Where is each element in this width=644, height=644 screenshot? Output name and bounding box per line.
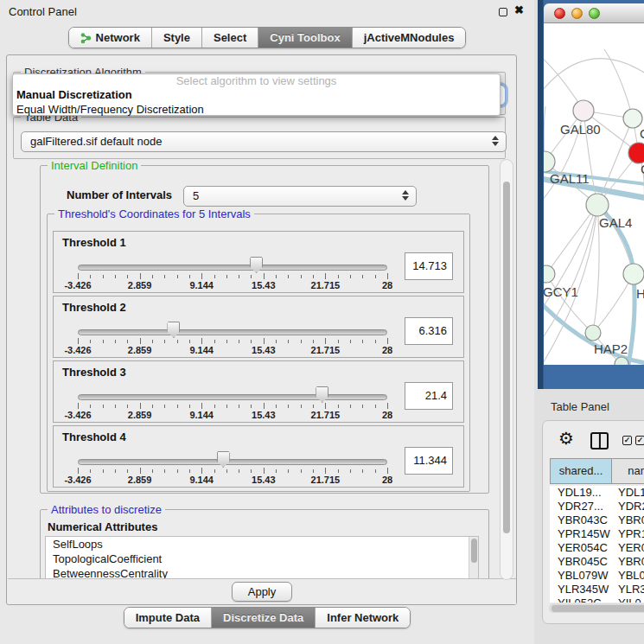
gear-icon[interactable]: ⚙ xyxy=(558,428,574,449)
slider-track[interactable] xyxy=(78,394,387,400)
slider-tick-labels: -3.4262.8599.14415.4321.71528 xyxy=(78,410,387,421)
tab-label: Style xyxy=(163,31,190,44)
slider-thumb[interactable] xyxy=(167,322,180,338)
table-row[interactable]: YBR045CYBR0 xyxy=(550,555,644,569)
close-icon[interactable]: ✖ xyxy=(514,3,524,16)
table-cell: YLR345W xyxy=(550,583,612,596)
table-cell: YBR0 xyxy=(612,555,644,569)
node-label: HAP2 xyxy=(594,341,628,356)
network-node[interactable] xyxy=(544,265,555,283)
slider-tick-labels: -3.4262.8599.14415.4321.71528 xyxy=(78,280,387,291)
network-node[interactable] xyxy=(623,264,644,284)
threshold-value-field[interactable]: 14.713 xyxy=(405,252,453,280)
table-row[interactable]: YLR345WYLR3 xyxy=(550,583,644,596)
column-header-shared[interactable]: shared... xyxy=(550,458,612,484)
tab-infer-network[interactable]: Infer Network xyxy=(316,608,410,628)
network-node[interactable] xyxy=(585,325,601,341)
float-window-icon[interactable] xyxy=(499,8,507,16)
tab-style[interactable]: Style xyxy=(152,28,202,48)
apply-button[interactable]: Apply xyxy=(232,582,293,602)
table-cell: YBL0 xyxy=(612,569,644,583)
table-row[interactable]: YIL052CYIL0 xyxy=(550,596,644,603)
node-label: GAL4 xyxy=(599,215,632,230)
slider-track[interactable] xyxy=(78,329,387,335)
table-cell: YDR2 xyxy=(612,500,644,513)
tab-label: Impute Data xyxy=(136,611,200,624)
table-row[interactable]: YPR145WYPR1 xyxy=(550,527,644,541)
node-label: C xyxy=(641,162,644,176)
table-row[interactable]: YDR27...YDR2 xyxy=(550,500,644,513)
num-intervals-spinner[interactable]: 5 xyxy=(183,186,417,207)
table-body: YDL19...YDL1YDR27...YDR2YBR043CYBR0YPR14… xyxy=(550,486,644,603)
tab-discretize-data[interactable]: Discretize Data xyxy=(212,608,316,628)
threshold-value-field[interactable]: 11.344 xyxy=(405,447,453,475)
threshold-label: Threshold 2 xyxy=(62,301,126,314)
dropdown-option-equal-width[interactable]: Equal Width/Frequency Discretization xyxy=(13,102,500,117)
top-tab-bar: Network Style Select Cyni Toolbox jActiv… xyxy=(0,27,534,48)
minimize-traffic-light-icon[interactable] xyxy=(571,8,583,19)
apply-strip: Apply xyxy=(8,578,516,604)
table-data-group: Table Data galFiltered.sif default node xyxy=(13,117,506,159)
threshold-label: Threshold 1 xyxy=(62,236,126,249)
network-node[interactable] xyxy=(623,109,642,128)
threshold-value-field[interactable]: 21.4 xyxy=(405,382,453,410)
network-node[interactable] xyxy=(586,194,609,216)
numerical-attributes-list[interactable]: SelfLoopsTopologicalCoefficientBetweenne… xyxy=(45,536,479,579)
tab-select[interactable]: Select xyxy=(202,28,258,48)
table-row[interactable]: YER054CYER0 xyxy=(550,541,644,555)
checkbox-icon[interactable]: ✓ xyxy=(635,436,644,445)
network-icon xyxy=(80,32,92,44)
combobox-value: galFiltered.sif default node xyxy=(30,135,162,148)
attribute-item[interactable]: TopologicalCoefficient xyxy=(46,552,478,566)
dropdown-option-manual[interactable]: Manual Discretization xyxy=(13,87,500,102)
tab-label: jActiveMNodules xyxy=(364,31,455,44)
network-node[interactable] xyxy=(628,143,644,163)
table-row[interactable]: YBR043CYBR0 xyxy=(550,513,644,527)
interval-definition-group: Interval Definition Number of Intervals … xyxy=(40,165,489,494)
threshold-value-field[interactable]: 6.316 xyxy=(405,317,453,345)
slider-tick-labels: -3.4262.8599.14415.4321.71528 xyxy=(78,475,387,486)
tab-network[interactable]: Network xyxy=(69,28,152,48)
network-view-window: GAL80GACGAL11GAL4GCY1HHAP2 xyxy=(538,0,644,389)
panel-scrollbar[interactable] xyxy=(500,159,513,580)
table-cell: YDL19... xyxy=(550,486,612,500)
group-title: Interval Definition xyxy=(48,159,141,172)
slider-thumb[interactable] xyxy=(217,451,230,468)
threshold-3-panel: Threshold 3 -3.4262.8599.14415.4321.7152… xyxy=(53,360,464,423)
network-window-titlebar[interactable] xyxy=(544,3,644,23)
table-cell: YPR1 xyxy=(612,527,644,541)
node-label: GCY1 xyxy=(544,284,578,299)
table-cell: YBL079W xyxy=(550,569,612,583)
attribute-item[interactable]: SelfLoops xyxy=(46,537,478,552)
tab-cyni-toolbox[interactable]: Cyni Toolbox xyxy=(258,28,352,48)
slider-thumb[interactable] xyxy=(250,257,263,273)
horizontal-scrollbar[interactable] xyxy=(549,603,644,613)
zoom-traffic-light-icon[interactable] xyxy=(589,8,600,19)
slider-track[interactable] xyxy=(78,459,387,465)
split-columns-icon[interactable] xyxy=(590,432,609,450)
table-row[interactable]: YBL079WYBL0 xyxy=(550,569,644,583)
stepper-arrows-icon xyxy=(402,190,409,201)
attribute-item[interactable]: BetweennessCentrality xyxy=(46,566,478,579)
right-region: GAL80GACGAL11GAL4GCY1HHAP2 Table Panel ⚙… xyxy=(534,0,644,644)
tab-jactivemnodules[interactable]: jActiveMNodules xyxy=(353,28,466,48)
network-canvas[interactable]: GAL80GACGAL11GAL4GCY1HHAP2 xyxy=(544,23,644,365)
numerical-attributes-label: Numerical Attributes xyxy=(48,520,157,533)
network-node[interactable] xyxy=(573,100,594,121)
slider-thumb[interactable] xyxy=(316,386,328,403)
group-title: Attributes to discretize xyxy=(48,503,165,516)
node-label: H xyxy=(636,286,644,301)
cyni-toolbox-panel: Discretization Algorithm Select algorith… xyxy=(6,54,517,605)
close-traffic-light-icon[interactable] xyxy=(554,8,565,19)
threshold-1-panel: Threshold 1 -3.4262.8599.14415.4321.7152… xyxy=(53,231,464,293)
list-scrollbar[interactable] xyxy=(469,537,478,578)
thresholds-group: Threshold's Coordinates for 5 Intervals … xyxy=(47,214,470,492)
checkbox-icon[interactable]: ✓ xyxy=(622,436,632,445)
slider-track[interactable] xyxy=(78,265,387,271)
tab-impute-data[interactable]: Impute Data xyxy=(124,608,212,628)
table-data-combobox[interactable]: galFiltered.sif default node xyxy=(21,131,507,152)
column-header-name[interactable]: name xyxy=(612,458,644,484)
table-panel-card: ⚙ ✓ ✓ shared... name YDL19...YDL1YDR27..… xyxy=(542,420,644,624)
table-row[interactable]: YDL19...YDL1 xyxy=(550,486,644,500)
threshold-2-panel: Threshold 2 -3.4262.8599.14415.4321.7152… xyxy=(53,296,464,358)
